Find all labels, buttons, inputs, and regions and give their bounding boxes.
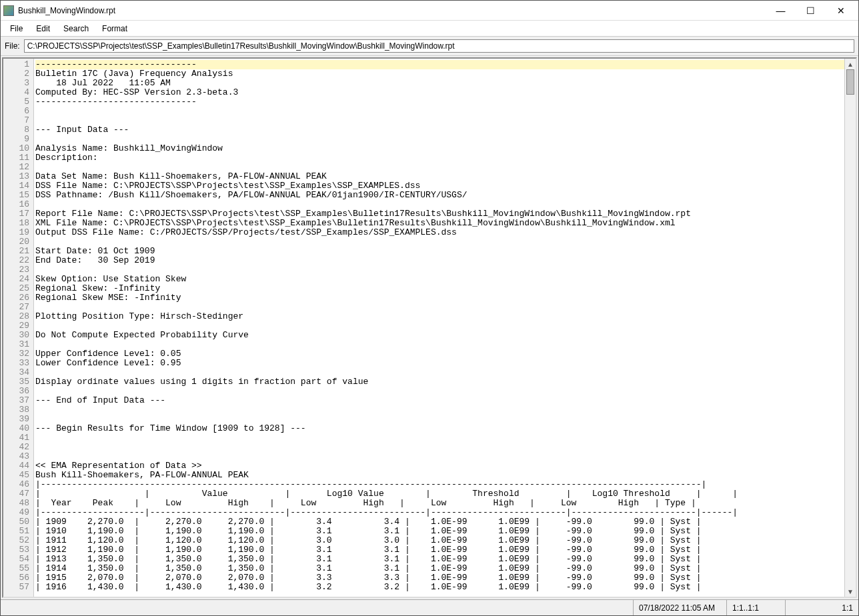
text-line: | 1910 1,190.0 | 1,190.0 1,190.0 | 3.1 3… xyxy=(35,527,844,536)
text-line: Plotting Position Type: Hirsch-Stedinger xyxy=(35,312,844,321)
line-number-gutter: 1 2 3 4 5 6 7 8 9 10 11 12 13 14 15 16 1… xyxy=(3,59,34,597)
text-line: Start Date: 01 Oct 1909 xyxy=(35,247,844,256)
text-line: Do Not Compute Expected Probability Curv… xyxy=(35,331,844,340)
text-line xyxy=(35,135,844,144)
text-line: Output DSS File Name: C:/PROJECTS/SSP/Pr… xyxy=(35,228,844,237)
text-line xyxy=(35,237,844,247)
window-controls: — ☐ ✕ xyxy=(766,1,856,20)
text-line: << EMA Representation of Data >> xyxy=(35,461,844,471)
status-bar: 07/18/2022 11:05 AM 1:1..1:1 1:1 xyxy=(1,599,858,615)
file-path-bar: File: xyxy=(1,37,858,56)
maximize-button[interactable]: ☐ xyxy=(796,1,826,20)
text-line: Data Set Name: Bush Kill-Shoemakers, PA-… xyxy=(35,172,844,181)
text-line: |--------------------|------------------… xyxy=(35,508,844,517)
text-line xyxy=(35,340,844,349)
text-line: |---------------------------------------… xyxy=(35,480,844,489)
text-line: End Date: 30 Sep 2019 xyxy=(35,256,844,265)
menu-edit[interactable]: Edit xyxy=(29,23,57,35)
text-line xyxy=(35,163,844,172)
minimize-button[interactable]: — xyxy=(766,1,796,20)
scroll-down-arrow-icon[interactable]: ▼ xyxy=(845,586,856,597)
text-line: --- Input Data --- xyxy=(35,125,844,135)
window-title: Bushkill_MovingWindow.rpt xyxy=(18,6,766,15)
text-line: XML File Name: C:\PROJECTS\SSP\Projects\… xyxy=(35,219,844,228)
text-line: Computed By: HEC-SSP Version 2.3-beta.3 xyxy=(35,88,844,97)
scroll-thumb[interactable] xyxy=(846,69,854,95)
text-line: ------------------------------- xyxy=(35,60,844,69)
text-line xyxy=(35,433,844,443)
file-path-label: File: xyxy=(5,41,20,51)
text-content[interactable]: -------------------------------Bulletin … xyxy=(34,59,844,597)
status-position: 1:1 xyxy=(785,600,858,615)
title-bar: Bushkill_MovingWindow.rpt — ☐ ✕ xyxy=(1,1,858,21)
menu-bar: File Edit Search Format xyxy=(1,21,858,37)
text-line xyxy=(35,321,844,331)
app-icon xyxy=(3,5,14,16)
text-line: | | Value | Log10 Value | Threshold | Lo… xyxy=(35,489,844,499)
text-line: Lower Confidence Level: 0.95 xyxy=(35,359,844,368)
text-line xyxy=(35,303,844,312)
text-line: Display ordinate values using 1 digits i… xyxy=(35,377,844,387)
text-line xyxy=(35,443,844,452)
text-line xyxy=(35,415,844,424)
text-line xyxy=(35,452,844,461)
text-line xyxy=(35,116,844,125)
text-line: Skew Option: Use Station Skew xyxy=(35,275,844,284)
text-line: | Year Peak | Low High | Low High | Low … xyxy=(35,499,844,508)
menu-file[interactable]: File xyxy=(3,23,29,35)
text-line: ------------------------------- xyxy=(35,97,844,107)
text-line: | 1909 2,270.0 | 2,270.0 2,270.0 | 3.4 3… xyxy=(35,517,844,527)
text-line: DSS Pathname: /Bush Kill/Shoemakers, PA/… xyxy=(35,191,844,200)
status-datetime: 07/18/2022 11:05 AM xyxy=(633,600,726,615)
text-line xyxy=(35,200,844,209)
text-line: Bush Kill-Shoemakers, PA-FLOW-ANNUAL PEA… xyxy=(35,471,844,480)
text-line: Description: xyxy=(35,153,844,163)
menu-format[interactable]: Format xyxy=(95,23,134,35)
text-line: Analysis Name: Bushkill_MovingWindow xyxy=(35,144,844,153)
text-line: Regional Skew: -Infinity xyxy=(35,284,844,293)
text-line xyxy=(35,405,844,415)
text-line: Regional Skew MSE: -Infinity xyxy=(35,293,844,303)
text-line: Report File Name: C:\PROJECTS\SSP\Projec… xyxy=(35,209,844,219)
file-path-input[interactable] xyxy=(24,39,854,53)
text-line: Bulletin 17C (Java) Frequency Analysis xyxy=(35,69,844,79)
text-line: --- Begin Results for Time Window [1909 … xyxy=(35,424,844,433)
text-line xyxy=(35,265,844,275)
text-line: | 1912 1,190.0 | 1,190.0 1,190.0 | 3.1 3… xyxy=(35,545,844,555)
text-line: --- End of Input Data --- xyxy=(35,396,844,405)
status-spacer xyxy=(1,600,633,615)
text-line xyxy=(35,387,844,396)
text-line xyxy=(35,107,844,116)
text-line: | 1914 1,350.0 | 1,350.0 1,350.0 | 3.1 3… xyxy=(35,564,844,573)
text-line: | 1916 1,430.0 | 1,430.0 1,430.0 | 3.2 3… xyxy=(35,583,844,592)
text-line: DSS File Name: C:\PROJECTS\SSP\Projects\… xyxy=(35,181,844,191)
text-line: | 1913 1,350.0 | 1,350.0 1,350.0 | 3.1 3… xyxy=(35,555,844,564)
vertical-scrollbar[interactable]: ▲ ▼ xyxy=(844,59,856,597)
text-line: Upper Confidence Level: 0.05 xyxy=(35,349,844,359)
text-line xyxy=(35,368,844,377)
editor: 1 2 3 4 5 6 7 8 9 10 11 12 13 14 15 16 1… xyxy=(2,57,857,598)
text-line: | 1915 2,070.0 | 2,070.0 2,070.0 | 3.3 3… xyxy=(35,573,844,583)
text-line: 18 Jul 2022 11:05 AM xyxy=(35,79,844,88)
scroll-up-arrow-icon[interactable]: ▲ xyxy=(845,59,856,69)
text-line: | 1911 1,120.0 | 1,120.0 1,120.0 | 3.0 3… xyxy=(35,536,844,545)
menu-search[interactable]: Search xyxy=(57,23,95,35)
close-button[interactable]: ✕ xyxy=(826,1,856,20)
status-selection: 1:1..1:1 xyxy=(726,600,785,615)
